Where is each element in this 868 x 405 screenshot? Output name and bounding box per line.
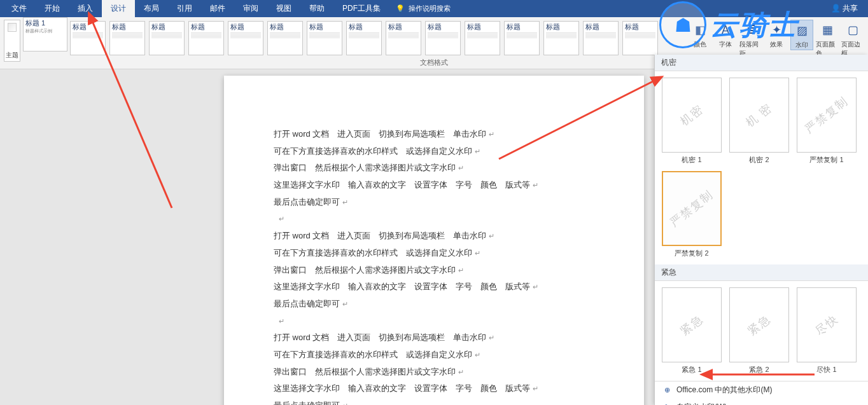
tab-review[interactable]: 审阅 bbox=[234, 0, 267, 18]
style-card-heading: 标题 bbox=[428, 23, 458, 31]
menu-item-icon: ⊕ bbox=[662, 386, 671, 395]
style-set-card[interactable]: 标题 bbox=[465, 21, 500, 55]
watermark-thumb: 严禁复制 bbox=[797, 78, 857, 153]
watermark-preset[interactable]: 机密机密 1 bbox=[661, 78, 722, 165]
watermark-grid: 机密机密 1机 密机密 2严禁复制严禁复制 1严禁复制严禁复制 2 bbox=[655, 71, 868, 264]
watermark-caption: 严禁复制 1 bbox=[809, 155, 843, 165]
page-color-icon: ▦ bbox=[818, 21, 836, 39]
watermark-preset[interactable]: 严禁复制严禁复制 2 bbox=[661, 171, 722, 258]
watermark-section-title: 紧急 bbox=[655, 264, 868, 281]
tab-home[interactable]: 开始 bbox=[36, 0, 69, 18]
menu-tabs: 文件 开始 插入 设计 布局 引用 邮件 审阅 视图 帮助 PDF工具集 bbox=[3, 0, 389, 18]
watermark-thumb-text: 严禁复制 bbox=[667, 187, 717, 230]
style-card-heading: 标题 bbox=[230, 23, 261, 31]
watermark-preset[interactable]: 机 密机密 2 bbox=[729, 78, 790, 165]
style-card-heading: 标题 bbox=[625, 23, 655, 31]
style-set-card[interactable]: 标题 bbox=[543, 21, 579, 55]
watermark-caption: 机密 1 bbox=[682, 155, 701, 165]
tab-mail[interactable]: 邮件 bbox=[201, 0, 234, 18]
style-card-heading: 标题 bbox=[309, 23, 340, 31]
paragraph-spacing-icon: ≣ bbox=[742, 21, 760, 39]
style-set-card[interactable]: 标题 bbox=[622, 21, 658, 55]
document-line: 这里选择文字水印 输入喜欢的文字 设置字体 字号 颜色 版式等 bbox=[274, 381, 594, 397]
title-bar: 文件 开始 插入 设计 布局 引用 邮件 审阅 视图 帮助 PDF工具集 💡 操… bbox=[0, 0, 868, 17]
watermark-section-title: 机密 bbox=[655, 55, 868, 71]
style-set-card[interactable]: 标题 bbox=[267, 21, 303, 55]
style-set-card[interactable]: 标题 bbox=[228, 21, 263, 55]
style-set-card[interactable]: 标题 bbox=[149, 21, 185, 55]
document-page[interactable]: 打开 word 文档 进入页面 切换到布局选项栏 单击水印可在下方直接选择喜欢的… bbox=[224, 76, 644, 405]
watermark-button[interactable]: ▨水印 bbox=[790, 20, 813, 50]
watermark-menu-item[interactable]: ✎自定义水印(W)... bbox=[655, 399, 868, 405]
tab-layout[interactable]: 布局 bbox=[135, 0, 168, 18]
watermark-thumb: 严禁复制 bbox=[662, 171, 722, 246]
paragraph-spacing-button[interactable]: ≣段落间距 bbox=[739, 20, 762, 58]
watermark-preset[interactable]: 紧急紧急 2 bbox=[729, 287, 790, 374]
style-set-card[interactable]: 标题 bbox=[70, 21, 106, 55]
style-set-card[interactable]: 标题 bbox=[307, 21, 342, 55]
watermark-thumb: 尽快 bbox=[797, 287, 857, 362]
watermark-caption: 紧急 2 bbox=[749, 365, 769, 374]
style-set-card[interactable]: 标题 bbox=[583, 21, 619, 55]
style-set-card[interactable]: 标题 bbox=[346, 21, 382, 55]
watermark-menu-item[interactable]: ⊕Office.com 中的其他水印(M) bbox=[655, 381, 868, 399]
document-line: 可在下方直接选择喜欢的水印样式 或选择自定义水印 bbox=[274, 144, 594, 160]
page-border-button[interactable]: ▢页面边框 bbox=[841, 20, 864, 58]
effects-button[interactable]: ✦效果 bbox=[765, 20, 788, 49]
style-set-card[interactable]: 标题 bbox=[109, 21, 145, 55]
document-blank-line bbox=[274, 211, 594, 227]
tab-design[interactable]: 设计 bbox=[102, 0, 135, 18]
document-line: 打开 word 文档 进入页面 切换到布局选项栏 单击水印 bbox=[274, 228, 594, 244]
tell-me[interactable]: 💡 操作说明搜索 bbox=[389, 4, 457, 13]
style-card-heading: 标题 bbox=[467, 23, 498, 31]
style-thumbnail[interactable]: 标题 1 标题样式示例 bbox=[23, 17, 67, 51]
style-set-card[interactable]: 标题 bbox=[425, 21, 461, 55]
fonts-button[interactable]: A字体 bbox=[714, 20, 737, 49]
watermark-preset[interactable]: 尽快尽快 1 bbox=[796, 287, 857, 374]
watermark-icon: ▨ bbox=[793, 22, 811, 39]
themes-button[interactable]: 主题 bbox=[4, 20, 20, 62]
watermark-thumb: 机 密 bbox=[729, 78, 789, 153]
menu-item-icon: ✎ bbox=[662, 403, 671, 406]
style-thumb-text: 标题样式示例 bbox=[25, 29, 65, 34]
style-card-heading: 标题 bbox=[585, 23, 616, 31]
colors-label: 颜色 bbox=[694, 40, 706, 49]
tab-view[interactable]: 视图 bbox=[267, 0, 300, 18]
effects-icon: ✦ bbox=[767, 21, 785, 39]
lightbulb-icon: 💡 bbox=[396, 4, 405, 13]
watermark-thumb-text: 尽快 bbox=[812, 311, 841, 339]
style-card-heading: 标题 bbox=[112, 23, 143, 31]
tab-help[interactable]: 帮助 bbox=[300, 0, 333, 18]
colors-icon: ◧ bbox=[691, 21, 709, 39]
document-formatting-gallery[interactable]: 标题标题标题标题标题标题标题标题标题标题标题标题标题标题标题 bbox=[67, 17, 686, 69]
style-card-heading: 标题 bbox=[73, 23, 103, 31]
watermark-preset[interactable]: 严禁复制严禁复制 1 bbox=[796, 78, 857, 165]
share-button[interactable]: 👤 共享 bbox=[823, 0, 865, 18]
tab-references[interactable]: 引用 bbox=[168, 0, 201, 18]
style-card-heading: 标题 bbox=[270, 23, 300, 31]
page-color-button[interactable]: ▦页面颜色 bbox=[816, 20, 839, 58]
tab-file[interactable]: 文件 bbox=[3, 0, 36, 18]
menu-item-label: Office.com 中的其他水印(M) bbox=[676, 385, 772, 395]
document-line: 这里选择文字水印 输入喜欢的文字 设置字体 字号 颜色 版式等 bbox=[274, 177, 594, 193]
share-label: 共享 bbox=[843, 4, 858, 13]
style-set-card[interactable]: 标题 bbox=[188, 21, 224, 55]
watermark-grid: 紧急紧急 1紧急紧急 2尽快尽快 1 bbox=[655, 281, 868, 381]
colors-button[interactable]: ◧颜色 bbox=[689, 20, 711, 49]
style-thumb-heading: 标题 1 bbox=[25, 19, 65, 27]
tab-insert[interactable]: 插入 bbox=[69, 0, 102, 18]
style-card-heading: 标题 bbox=[349, 23, 379, 31]
style-card-heading: 标题 bbox=[507, 23, 537, 31]
document-line: 弹出窗口 然后根据个人需求选择图片或文字水印 bbox=[274, 160, 594, 176]
tab-pdf-tools[interactable]: PDF工具集 bbox=[333, 0, 389, 18]
style-card-heading: 标题 bbox=[151, 23, 182, 31]
effects-label: 效果 bbox=[770, 40, 783, 49]
watermark-preset[interactable]: 紧急紧急 1 bbox=[661, 287, 722, 374]
watermark-thumb-text: 机 密 bbox=[743, 100, 776, 130]
style-set-card[interactable]: 标题 bbox=[504, 21, 540, 55]
menu-item-label: 自定义水印(W)... bbox=[676, 402, 733, 405]
document-line: 弹出窗口 然后根据个人需求选择图片或文字水印 bbox=[274, 263, 594, 278]
document-line: 打开 word 文档 进入页面 切换到布局选项栏 单击水印 bbox=[274, 330, 594, 346]
ribbon-section-label: 文档格式 bbox=[419, 57, 449, 69]
style-set-card[interactable]: 标题 bbox=[386, 21, 421, 55]
